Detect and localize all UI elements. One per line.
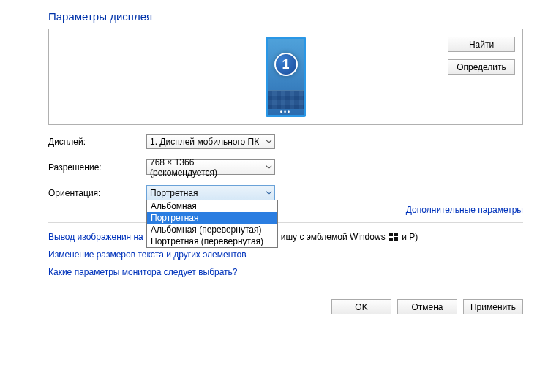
resolution-combobox[interactable]: 768 × 1366 (рекомендуется) bbox=[146, 159, 275, 175]
orientation-option[interactable]: Альбомная bbox=[147, 200, 277, 212]
orientation-option[interactable]: Альбомная (перевернутая) bbox=[147, 224, 277, 235]
orientation-label: Ориентация: bbox=[48, 188, 146, 198]
windows-logo-icon bbox=[389, 233, 398, 241]
resolution-combobox-value: 768 × 1366 (рекомендуется) bbox=[150, 157, 263, 178]
display-1-preview[interactable]: 1 ••• bbox=[266, 37, 306, 117]
apply-button[interactable]: Применить bbox=[463, 299, 523, 314]
svg-rect-2 bbox=[389, 238, 393, 241]
svg-rect-0 bbox=[389, 233, 393, 236]
chevron-down-icon bbox=[263, 160, 274, 174]
orientation-combobox-value: Портретная bbox=[150, 188, 198, 198]
identify-button[interactable]: Определить bbox=[448, 59, 515, 75]
display-combobox[interactable]: 1. Дисплей мобильного ПК bbox=[146, 134, 275, 149]
ok-button[interactable]: OK bbox=[331, 299, 391, 314]
cancel-button[interactable]: Отмена bbox=[397, 299, 457, 314]
detect-button[interactable]: Найти bbox=[448, 37, 515, 52]
text-size-link[interactable]: Изменение размеров текста и других элеме… bbox=[48, 249, 247, 260]
monitor-preview-area: 1 ••• Найти Определить bbox=[48, 29, 523, 125]
chevron-down-icon bbox=[263, 186, 274, 200]
display-combobox-value: 1. Дисплей мобильного ПК bbox=[150, 137, 259, 147]
display-number-badge: 1 bbox=[274, 53, 298, 76]
which-monitor-link[interactable]: Какие параметры монитора следует выбрать… bbox=[48, 267, 238, 277]
project-text-suffix: ишу с эмблемой Windows bbox=[281, 232, 386, 242]
display-label: Дисплей: bbox=[48, 137, 146, 147]
chevron-down-icon bbox=[263, 135, 274, 148]
orientation-option[interactable]: Портретная bbox=[147, 212, 277, 224]
page-title: Параметры дисплея bbox=[48, 10, 523, 23]
svg-rect-1 bbox=[394, 233, 398, 236]
svg-rect-3 bbox=[394, 237, 398, 241]
orientation-dropdown[interactable]: АльбомнаяПортретнаяАльбомная (перевернут… bbox=[146, 200, 278, 248]
resolution-label: Разрешение: bbox=[48, 162, 146, 173]
project-text-tail: и P) bbox=[399, 232, 418, 242]
advanced-settings-link[interactable]: Дополнительные параметры bbox=[406, 205, 523, 215]
project-link-prefix[interactable]: Вывод изображения на bbox=[48, 232, 143, 242]
orientation-combobox[interactable]: Портретная АльбомнаяПортретнаяАльбомная … bbox=[146, 185, 275, 200]
orientation-option[interactable]: Портретная (перевернутая) bbox=[147, 235, 277, 247]
